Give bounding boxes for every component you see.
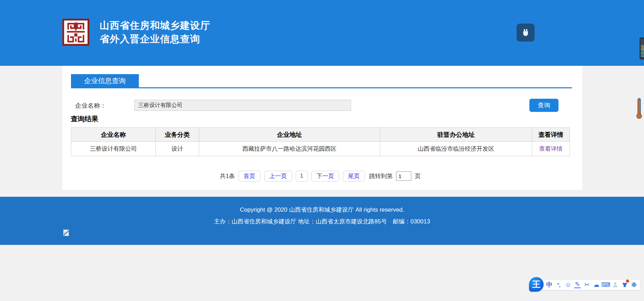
current-page-indicator: 1 (296, 171, 308, 182)
cell-category: 设计 (156, 142, 199, 156)
organizer-address-line: 主办：山西省住房和城乡建设厅 地址：山西省太原市建设北路85号 邮编：03001… (0, 218, 644, 225)
handwriting-icon[interactable]: ✎ (574, 282, 581, 288)
pagination: 共1条 首页 上一页 1 下一页 尾页 跳转到第 页 (71, 169, 570, 183)
cloud-input-icon[interactable]: ☁ (593, 281, 600, 289)
prev-page-button[interactable]: 上一页 (264, 171, 292, 182)
cell-address: 西藏拉萨市八一路哈达滨河花园西区 (199, 142, 380, 156)
punctuation-width-icon[interactable]: °, (555, 281, 562, 289)
enterprise-name-input[interactable] (134, 100, 351, 111)
column-header-office: 驻晋办公地址 (380, 128, 532, 142)
jump-page-input[interactable] (396, 171, 411, 181)
cell-office-address: 山西省临汾市临汾经济开发区 (380, 142, 532, 156)
thermometer-icon[interactable] (637, 98, 642, 119)
site-title-line1: 山西省住房和城乡建设厅 (100, 19, 210, 32)
enterprise-name-label: 企业名称： (75, 101, 106, 110)
cell-detail: 查看详情 (532, 142, 570, 156)
virtual-keyboard-icon[interactable]: ⌨ (602, 281, 609, 289)
next-page-button[interactable]: 下一页 (311, 171, 339, 182)
cell-enterprise-name: 三桥设计有限公司 (71, 142, 156, 156)
ime-toolbar: 中 °, ☺ ✎ ✂ ☁ ⌨ (535, 279, 641, 290)
last-page-button[interactable]: 尾页 (343, 171, 365, 182)
query-button[interactable]: 查询 (529, 99, 558, 112)
site-footer: Copyright @ 2020 山西省住房和城乡建设厅 All rights … (0, 197, 644, 245)
jump-to-page-label: 跳转到第 (369, 172, 393, 180)
account-icon[interactable] (612, 281, 619, 289)
plug-icon[interactable] (517, 24, 535, 42)
results-title: 查询结果 (71, 114, 98, 124)
site-title-line2: 省外入晋企业信息查询 (100, 32, 210, 46)
chinese-english-toggle-icon[interactable]: 中 (546, 281, 553, 289)
column-header-address: 企业地址 (199, 128, 380, 142)
site-logo-icon (62, 19, 89, 46)
view-detail-link[interactable]: 查看详情 (539, 145, 563, 152)
site-title: 山西省住房和城乡建设厅 省外入晋企业信息查询 (100, 19, 210, 46)
page: 山西省住房和城乡建设厅 省外入晋企业信息查询 企业信息查询 企业名称： 查询 查… (0, 0, 644, 301)
settings-gear-icon[interactable] (631, 281, 637, 289)
emoji-icon[interactable]: ☺ (565, 281, 571, 289)
site-header: 山西省住房和城乡建设厅 省外入晋企业信息查询 (0, 0, 644, 66)
table-row: 三桥设计有限公司 设计 西藏拉萨市八一路哈达滨河花园西区 山西省临汾市临汾经济开… (71, 142, 570, 156)
table-header-row: 企业名称 业务分类 企业地址 驻晋办公地址 查看详情 (71, 128, 570, 142)
screenshot-scissors-icon[interactable]: ✂ (583, 281, 590, 289)
first-page-button[interactable]: 首页 (239, 171, 261, 182)
column-header-category: 业务分类 (156, 128, 199, 142)
jump-page-suffix-label: 页 (415, 172, 421, 180)
broken-image-icon (63, 229, 70, 236)
ime-logo[interactable]: 王 (529, 277, 544, 292)
skin-icon[interactable] (621, 281, 628, 289)
total-count-label: 共1条 (220, 172, 235, 180)
content-card: 企业信息查询 企业名称： 查询 查询结果 企业名称 业务分类 企业地址 驻晋办公… (62, 66, 582, 190)
results-table: 企业名称 业务分类 企业地址 驻晋办公地址 查看详情 三桥设计有限公司 设计 西… (71, 127, 570, 156)
tab-underline (71, 87, 572, 88)
tab-enterprise-info-query[interactable]: 企业信息查询 (71, 74, 139, 87)
column-header-name: 企业名称 (71, 128, 156, 142)
column-header-detail: 查看详情 (532, 128, 570, 142)
copyright-line: Copyright @ 2020 山西省住房和城乡建设厅 All rights … (0, 206, 644, 214)
brand: 山西省住房和城乡建设厅 省外入晋企业信息查询 (62, 19, 210, 46)
sidebar-extension-handle[interactable] (639, 37, 644, 60)
notification-dot (626, 280, 629, 283)
